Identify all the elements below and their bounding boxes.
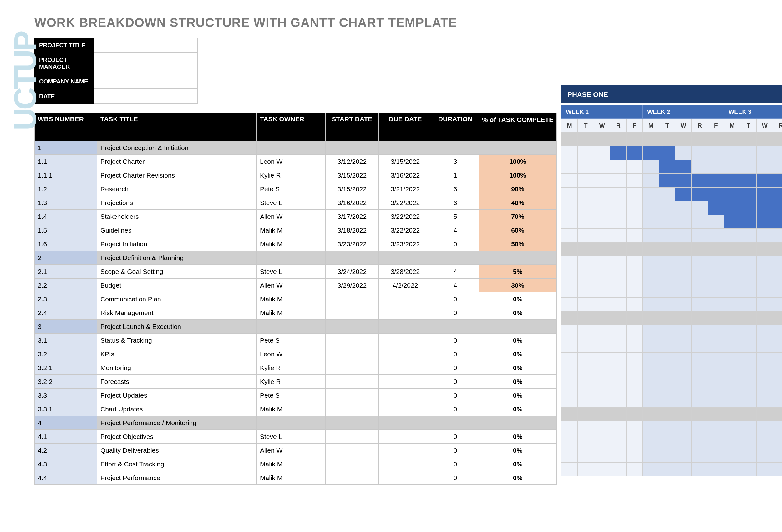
- cell-title[interactable]: KPIs: [97, 347, 257, 361]
- cell-pct[interactable]: 50%: [479, 237, 557, 251]
- cell-due[interactable]: 3/15/2022: [379, 155, 432, 168]
- cell-wbs[interactable]: 3.3.1: [35, 402, 97, 416]
- cell-owner[interactable]: Pete S: [257, 388, 326, 402]
- cell-wbs[interactable]: 3.2.1: [35, 361, 97, 375]
- cell-owner[interactable]: Malik M: [257, 306, 326, 320]
- cell-wbs[interactable]: 2.1: [35, 265, 97, 278]
- cell-due[interactable]: [379, 444, 432, 457]
- cell-title[interactable]: Project Charter: [97, 155, 257, 168]
- cell-owner[interactable]: Kylie R: [257, 361, 326, 375]
- table-row[interactable]: 3.2.2ForecastsKylie R00%: [35, 375, 557, 388]
- cell-start[interactable]: [326, 471, 379, 485]
- cell-title[interactable]: Quality Deliverables: [97, 444, 257, 457]
- cell-dur[interactable]: 0: [432, 347, 479, 361]
- cell-owner[interactable]: Kylie R: [257, 168, 326, 182]
- cell-due[interactable]: [379, 306, 432, 320]
- cell-due[interactable]: 3/22/2022: [379, 224, 432, 237]
- cell-due[interactable]: [379, 402, 432, 416]
- cell-wbs[interactable]: 1.5: [35, 224, 97, 237]
- cell-wbs[interactable]: 3.1: [35, 334, 97, 347]
- input-date[interactable]: [94, 89, 198, 104]
- cell-wbs[interactable]: 3.2.2: [35, 375, 97, 388]
- cell-due[interactable]: 3/23/2022: [379, 237, 432, 251]
- cell-due[interactable]: [379, 334, 432, 347]
- cell-wbs[interactable]: 1.1.1: [35, 168, 97, 182]
- table-row[interactable]: 1.1Project CharterLeon W3/12/20223/15/20…: [35, 155, 557, 168]
- table-row[interactable]: 1.2ResearchPete S3/15/20223/21/2022690%: [35, 182, 557, 196]
- cell-dur[interactable]: 1: [432, 168, 479, 182]
- cell-dur[interactable]: [432, 320, 479, 334]
- cell-pct[interactable]: 0%: [479, 444, 557, 457]
- cell-wbs[interactable]: 1.4: [35, 210, 97, 224]
- cell-pct[interactable]: 0%: [479, 388, 557, 402]
- cell-due[interactable]: [379, 141, 432, 155]
- cell-owner[interactable]: Kylie R: [257, 375, 326, 388]
- table-row[interactable]: 4.2Quality DeliverablesAllen W00%: [35, 444, 557, 457]
- cell-wbs[interactable]: 2.3: [35, 292, 97, 306]
- input-company-name[interactable]: [94, 74, 198, 89]
- cell-dur[interactable]: [432, 141, 479, 155]
- table-row[interactable]: 3.1Status & TrackingPete S00%: [35, 334, 557, 347]
- cell-due[interactable]: [379, 457, 432, 471]
- cell-dur[interactable]: 0: [432, 444, 479, 457]
- cell-dur[interactable]: 5: [432, 210, 479, 224]
- cell-owner[interactable]: Allen W: [257, 444, 326, 457]
- cell-title[interactable]: Project Charter Revisions: [97, 168, 257, 182]
- table-row[interactable]: 4.4Project PerformanceMalik M00%: [35, 471, 557, 485]
- table-row[interactable]: 2Project Definition & Planning: [35, 251, 557, 265]
- cell-owner[interactable]: [257, 141, 326, 155]
- cell-start[interactable]: [326, 416, 379, 430]
- cell-wbs[interactable]: 3: [35, 320, 97, 334]
- cell-start[interactable]: [326, 141, 379, 155]
- cell-start[interactable]: 3/15/2022: [326, 182, 379, 196]
- cell-pct[interactable]: 0%: [479, 306, 557, 320]
- cell-due[interactable]: 3/21/2022: [379, 182, 432, 196]
- cell-title[interactable]: Project Performance / Monitoring: [97, 416, 257, 430]
- table-row[interactable]: 4.1Project ObjectivesSteve L00%: [35, 430, 557, 444]
- cell-dur[interactable]: 0: [432, 375, 479, 388]
- cell-dur[interactable]: 6: [432, 196, 479, 210]
- cell-title[interactable]: Project Conception & Initiation: [97, 141, 257, 155]
- cell-start[interactable]: 3/15/2022: [326, 168, 379, 182]
- cell-start[interactable]: [326, 375, 379, 388]
- cell-due[interactable]: [379, 347, 432, 361]
- cell-pct[interactable]: 0%: [479, 334, 557, 347]
- cell-title[interactable]: Communication Plan: [97, 292, 257, 306]
- table-row[interactable]: 3.3.1Chart UpdatesMalik M00%: [35, 402, 557, 416]
- cell-pct[interactable]: 0%: [479, 430, 557, 444]
- cell-owner[interactable]: Pete S: [257, 334, 326, 347]
- cell-owner[interactable]: Malik M: [257, 237, 326, 251]
- cell-wbs[interactable]: 4.1: [35, 430, 97, 444]
- cell-dur[interactable]: 4: [432, 224, 479, 237]
- input-project-manager[interactable]: [94, 52, 198, 74]
- cell-wbs[interactable]: 4: [35, 416, 97, 430]
- cell-start[interactable]: [326, 347, 379, 361]
- table-row[interactable]: 1.5GuidelinesMalik M3/18/20223/22/202246…: [35, 224, 557, 237]
- cell-wbs[interactable]: 1: [35, 141, 97, 155]
- cell-owner[interactable]: Steve L: [257, 265, 326, 278]
- cell-owner[interactable]: Allen W: [257, 210, 326, 224]
- cell-dur[interactable]: 0: [432, 402, 479, 416]
- cell-wbs[interactable]: 1.6: [35, 237, 97, 251]
- cell-start[interactable]: [326, 306, 379, 320]
- cell-dur[interactable]: 4: [432, 278, 479, 292]
- cell-due[interactable]: [379, 388, 432, 402]
- cell-title[interactable]: Projections: [97, 196, 257, 210]
- cell-pct[interactable]: [479, 141, 557, 155]
- cell-title[interactable]: Project Definition & Planning: [97, 251, 257, 265]
- table-row[interactable]: 4.3Effort & Cost TrackingMalik M00%: [35, 457, 557, 471]
- cell-due[interactable]: [379, 471, 432, 485]
- cell-pct[interactable]: [479, 320, 557, 334]
- cell-start[interactable]: [326, 292, 379, 306]
- cell-wbs[interactable]: 2: [35, 251, 97, 265]
- cell-wbs[interactable]: 1.2: [35, 182, 97, 196]
- cell-pct[interactable]: 40%: [479, 196, 557, 210]
- cell-start[interactable]: 3/29/2022: [326, 278, 379, 292]
- cell-dur[interactable]: 0: [432, 237, 479, 251]
- cell-pct[interactable]: 30%: [479, 278, 557, 292]
- table-row[interactable]: 1.4StakeholdersAllen W3/17/20223/22/2022…: [35, 210, 557, 224]
- cell-due[interactable]: [379, 320, 432, 334]
- cell-dur[interactable]: 0: [432, 292, 479, 306]
- cell-owner[interactable]: Steve L: [257, 430, 326, 444]
- cell-title[interactable]: Forecasts: [97, 375, 257, 388]
